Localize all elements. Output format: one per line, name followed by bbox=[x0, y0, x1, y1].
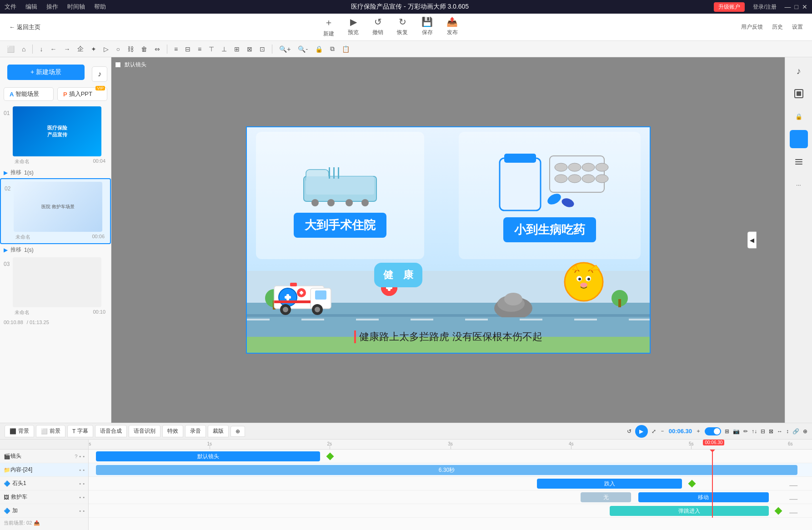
next-icon[interactable]: → bbox=[61, 45, 72, 54]
align-right-icon[interactable]: ≡ bbox=[195, 45, 204, 54]
rock-block[interactable]: 跌入 bbox=[537, 479, 682, 489]
timeline-icon8[interactable]: ↕ bbox=[786, 428, 789, 435]
new-action[interactable]: ＋ 新建 bbox=[323, 16, 334, 38]
ambulance-expand[interactable]: — bbox=[789, 494, 797, 504]
upgrade-button[interactable]: 升级账户 bbox=[714, 2, 745, 12]
ambulance-block2[interactable]: 移动 bbox=[638, 492, 768, 502]
select-icon[interactable]: ⬜ bbox=[5, 45, 17, 54]
distribute-h-icon[interactable]: ⊠ bbox=[245, 45, 255, 54]
menu-edit[interactable]: 编辑 bbox=[25, 3, 37, 11]
align-top-icon[interactable]: ⊤ bbox=[206, 45, 216, 54]
home-icon[interactable]: ⌂ bbox=[20, 45, 28, 54]
zoom-in-icon[interactable]: 🔍+ bbox=[277, 45, 293, 54]
track-help-icon[interactable]: ? bbox=[75, 454, 77, 459]
play-small-icon[interactable]: ▷ bbox=[101, 45, 111, 54]
smart-scene-button[interactable]: A 智能场景 bbox=[4, 87, 54, 101]
distribute-v-icon[interactable]: ⊡ bbox=[257, 45, 267, 54]
plus-diamond[interactable] bbox=[775, 507, 782, 515]
tab-tts[interactable]: 语音合成 bbox=[95, 425, 127, 437]
insert-ppt-button[interactable]: P 插入PPT VIP bbox=[57, 87, 107, 101]
play-button[interactable]: ▶ bbox=[635, 425, 648, 438]
feedback-button[interactable]: 用户反馈 bbox=[741, 23, 763, 31]
zoom-minus-tl[interactable]: － bbox=[660, 427, 665, 435]
timeline-icon6[interactable]: ⊠ bbox=[769, 428, 773, 435]
right-panel-more[interactable]: ··· bbox=[790, 175, 808, 194]
right-panel-lock[interactable]: 🔒 bbox=[790, 107, 808, 125]
link-icon[interactable]: ⛓ bbox=[125, 45, 136, 54]
trash-icon[interactable]: 🗑 bbox=[139, 45, 150, 54]
timeline-icon1[interactable]: ⊞ bbox=[725, 428, 729, 435]
maximize-button[interactable]: □ bbox=[795, 3, 798, 10]
plus-expand[interactable]: — bbox=[789, 508, 797, 517]
playhead[interactable]: 00:06.30 bbox=[712, 450, 713, 518]
timeline-icon5[interactable]: ⊟ bbox=[761, 428, 765, 435]
track-dot6[interactable]: • bbox=[83, 481, 85, 486]
track-dot5[interactable]: • bbox=[79, 481, 81, 486]
new-scene-button[interactable]: + 新建场景 bbox=[7, 65, 85, 80]
track-dot4[interactable]: • bbox=[83, 467, 85, 473]
tab-foreground[interactable]: ⬜ 前景 bbox=[36, 425, 65, 437]
tab-effects[interactable]: 特效 bbox=[162, 425, 183, 437]
paste-icon[interactable]: 📋 bbox=[340, 45, 352, 54]
ambulance-block1[interactable]: 无 bbox=[581, 492, 631, 502]
zoom-out-icon[interactable]: 🔍- bbox=[296, 45, 310, 54]
history-button[interactable]: 历史 bbox=[772, 23, 783, 31]
download-icon[interactable]: ↓ bbox=[37, 45, 45, 54]
panel-collapse-button[interactable]: ◀ bbox=[747, 232, 757, 249]
fullscreen-button[interactable]: ⤢ bbox=[652, 428, 656, 435]
canvas-checkbox[interactable] bbox=[115, 62, 121, 68]
redo-action[interactable]: ↻ 恢复 bbox=[397, 16, 408, 38]
timeline-icon4[interactable]: ↑↓ bbox=[752, 428, 757, 435]
shot-block[interactable]: 默认镜头 bbox=[96, 451, 320, 461]
track-dot1[interactable]: • bbox=[79, 454, 81, 459]
rock-expand[interactable]: — bbox=[789, 480, 797, 490]
transition-2[interactable]: ▶ 推移 1(s) bbox=[0, 244, 111, 255]
preview-action[interactable]: ▶ 预览 bbox=[348, 16, 359, 38]
lock-icon[interactable]: 🔒 bbox=[313, 45, 325, 54]
transition-1[interactable]: ▶ 推移 1(s) bbox=[0, 167, 111, 178]
right-panel-list[interactable] bbox=[790, 153, 808, 171]
zoom-plus-tl[interactable]: ＋ bbox=[696, 427, 701, 435]
toggle-switch[interactable] bbox=[705, 427, 721, 435]
track-dot7[interactable]: • bbox=[79, 495, 81, 500]
track-dot9[interactable]: • bbox=[79, 508, 81, 514]
scene-item-1[interactable]: 01 医疗保险产品宣传 未命名 00:04 bbox=[0, 105, 111, 167]
music-button[interactable]: ♪ bbox=[92, 66, 107, 82]
tab-cut[interactable]: 裁版 bbox=[208, 425, 229, 437]
right-panel-btn1[interactable]: ♪ bbox=[790, 62, 808, 80]
track-dot10[interactable]: • bbox=[83, 508, 85, 514]
canvas-frame[interactable]: 大到手术住院 bbox=[246, 126, 651, 354]
tab-record[interactable]: 录音 bbox=[185, 425, 206, 437]
rock-diamond[interactable] bbox=[688, 480, 696, 488]
menu-file[interactable]: 文件 bbox=[5, 3, 16, 11]
shot-diamond[interactable] bbox=[326, 453, 334, 460]
right-panel-btn2[interactable] bbox=[790, 85, 808, 103]
login-button[interactable]: 登录/注册 bbox=[753, 3, 776, 11]
right-panel-color[interactable] bbox=[790, 130, 808, 148]
timeline-icon3[interactable]: ✏ bbox=[743, 428, 748, 435]
scene-item-2[interactable]: 02 医院 救护车场景 未命名 00:06 bbox=[0, 178, 111, 244]
copy-icon[interactable]: ⧉ bbox=[328, 44, 337, 54]
track-dot3[interactable]: • bbox=[79, 467, 81, 473]
timeline-icon2[interactable]: 📷 bbox=[733, 428, 740, 435]
company-icon[interactable]: 企 bbox=[75, 44, 86, 54]
publish-action[interactable]: 📤 发布 bbox=[446, 16, 458, 38]
save-action[interactable]: 💾 保存 bbox=[421, 16, 433, 38]
scene-item-3[interactable]: 03 未命名 00:10 bbox=[0, 255, 111, 318]
settings-button[interactable]: 设置 bbox=[792, 23, 803, 31]
tab-more[interactable]: ⊕ bbox=[231, 426, 245, 437]
star-icon[interactable]: ✦ bbox=[89, 45, 99, 54]
track-dot2[interactable]: • bbox=[83, 454, 85, 459]
tab-background[interactable]: ⬛ 背景 bbox=[5, 425, 34, 437]
content-block[interactable]: 6.30秒 bbox=[96, 465, 797, 475]
rewind-button[interactable]: ↺ bbox=[627, 428, 632, 435]
align-center-v-icon[interactable]: ⊟ bbox=[183, 45, 193, 54]
scene-export-icon[interactable]: 📤 bbox=[34, 520, 40, 526]
timeline-icon10[interactable]: ⊕ bbox=[803, 428, 807, 435]
tab-subtitle[interactable]: T 字幕 bbox=[67, 425, 93, 437]
undo-action[interactable]: ↺ 撤销 bbox=[372, 16, 383, 38]
circle-icon[interactable]: ○ bbox=[114, 45, 122, 54]
prev-icon[interactable]: ← bbox=[48, 45, 59, 54]
flip-h-icon[interactable]: ⇔ bbox=[152, 45, 162, 54]
menu-help[interactable]: 帮助 bbox=[94, 3, 106, 11]
